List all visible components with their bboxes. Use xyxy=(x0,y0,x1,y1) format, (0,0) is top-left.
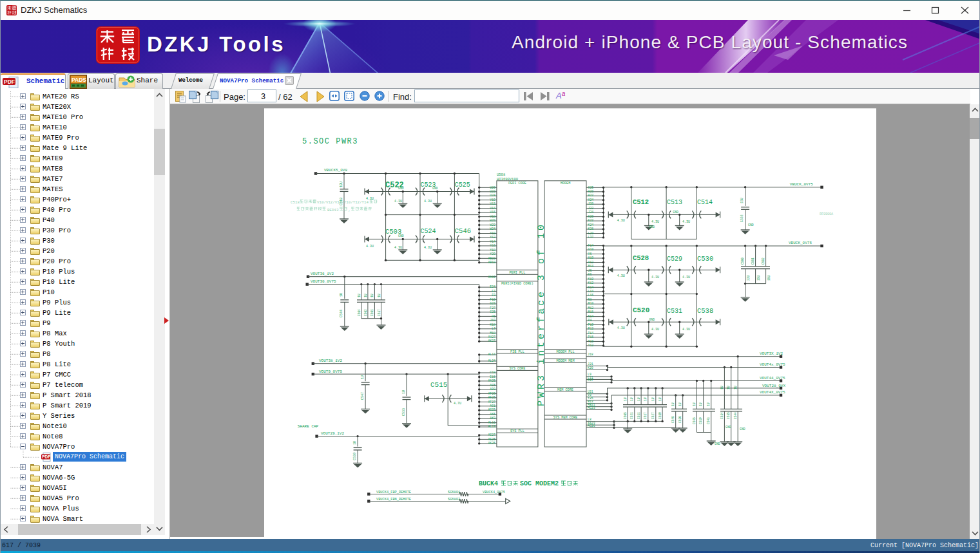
svg-text:4.3U: 4.3U xyxy=(651,276,659,279)
svg-text:VBUCK_0V75: VBUCK_0V75 xyxy=(790,182,813,187)
svg-text:VOUT28_0VX: VOUT28_0VX xyxy=(762,384,785,388)
svg-text:4.3U: 4.3U xyxy=(651,328,659,332)
svg-text:BED13: BED13 xyxy=(327,208,339,212)
svg-text:GND: GND xyxy=(715,442,720,445)
svg-text:GND: GND xyxy=(673,211,678,214)
svg-text:L14: L14 xyxy=(588,290,594,293)
svg-text:K14: K14 xyxy=(588,286,594,289)
svg-text:K20: K20 xyxy=(588,215,594,218)
svg-text:C581: C581 xyxy=(751,258,754,265)
svg-text:C18: C18 xyxy=(490,371,495,374)
svg-text:C513: C513 xyxy=(667,199,682,206)
svg-text:SYS CORE: SYS CORE xyxy=(509,367,525,371)
svg-text:1U: 1U xyxy=(727,386,730,389)
svg-text:C565: C565 xyxy=(624,412,627,419)
svg-text:SG6802: SG6802 xyxy=(448,498,460,501)
svg-text:C533: C533 xyxy=(402,408,406,416)
svg-text:C561: C561 xyxy=(370,309,374,316)
svg-text:AK9: AK9 xyxy=(490,417,495,420)
svg-text:AF23: AF23 xyxy=(488,392,495,395)
svg-text:SOC MODEM2: SOC MODEM2 xyxy=(520,480,559,487)
svg-text:J21: J21 xyxy=(588,362,593,366)
svg-text:VOUT44_0V75: VOUT44_0V75 xyxy=(760,376,785,380)
svg-text:K6: K6 xyxy=(588,273,592,276)
svg-text:AA25: AA25 xyxy=(488,379,495,382)
svg-text:GND: GND xyxy=(649,318,655,321)
svg-text:M10: M10 xyxy=(588,302,594,305)
svg-text:C545: C545 xyxy=(693,417,696,424)
svg-text:L7: L7 xyxy=(492,327,495,330)
svg-text:C511: C511 xyxy=(637,412,640,419)
svg-text:C556: C556 xyxy=(740,214,744,222)
svg-text:SG6801: SG6801 xyxy=(448,491,460,494)
svg-text:C525: C525 xyxy=(455,182,470,189)
svg-text:,: , xyxy=(349,208,351,212)
svg-text:AG1: AG1 xyxy=(490,404,495,408)
svg-text:VBUCK4_FBP_REMOTE: VBUCK4_FBP_REMOTE xyxy=(376,491,411,494)
svg-text:4.3U: 4.3U xyxy=(682,276,690,279)
svg-text:V18: V18 xyxy=(490,215,495,218)
svg-text:C535: C535 xyxy=(727,412,730,419)
svg-text:AC23: AC23 xyxy=(588,406,595,409)
svg-text:L20: L20 xyxy=(588,232,594,235)
svg-text:4.3U: 4.3U xyxy=(617,219,625,223)
svg-text:4.3U: 4.3U xyxy=(617,326,625,330)
svg-text:C543: C543 xyxy=(707,417,710,424)
svg-text:C546: C546 xyxy=(455,227,471,235)
svg-text:1U: 1U xyxy=(693,402,696,406)
svg-text:H10: H10 xyxy=(588,256,594,259)
svg-text:M18: M18 xyxy=(490,332,495,335)
svg-text:VOUT29_1V2: VOUT29_1V2 xyxy=(321,431,344,436)
svg-text:C564: C564 xyxy=(358,309,361,316)
svg-text:L8: L8 xyxy=(588,418,591,421)
svg-text:F10: F10 xyxy=(490,298,495,301)
svg-text:1U: 1U xyxy=(651,397,655,401)
svg-text:MODEM: MODEM xyxy=(561,182,571,185)
svg-text:K26: K26 xyxy=(588,227,594,230)
svg-text:4.3U: 4.3U xyxy=(366,197,374,201)
svg-text:U20: U20 xyxy=(490,186,495,189)
svg-text:15U: 15U xyxy=(757,276,760,281)
svg-text:AF27: AF27 xyxy=(488,400,495,404)
svg-text:N14: N14 xyxy=(588,315,594,318)
svg-text:K18: K18 xyxy=(490,323,495,326)
svg-text:C531: C531 xyxy=(667,308,682,315)
svg-text:C524: C524 xyxy=(421,228,436,235)
svg-text:AH27: AH27 xyxy=(488,335,495,339)
svg-text:4.3U: 4.3U xyxy=(394,200,402,203)
svg-text:H6: H6 xyxy=(588,252,592,256)
svg-text:H24: H24 xyxy=(588,198,594,202)
svg-text:4.3U: 4.3U xyxy=(682,220,690,224)
svg-text:J22: J22 xyxy=(588,207,594,210)
svg-text:Y10: Y10 xyxy=(490,232,495,235)
svg-text:VOUT9_0V75: VOUT9_0V75 xyxy=(319,370,342,374)
svg-text:AK5: AK5 xyxy=(490,413,495,416)
svg-text:15U: 15U xyxy=(767,276,771,281)
svg-text:V12: V12 xyxy=(490,202,495,205)
svg-text:4.3U: 4.3U xyxy=(366,245,374,248)
svg-text:VOUT3X_1V2: VOUT3X_1V2 xyxy=(760,351,783,356)
svg-text:V14: V14 xyxy=(490,207,495,210)
svg-text:G10: G10 xyxy=(588,248,594,251)
svg-text:GND: GND xyxy=(748,223,754,227)
svg-text:4.7U: 4.7U xyxy=(454,402,461,406)
svg-text:SYS PLL: SYS PLL xyxy=(510,429,524,433)
svg-text:J6: J6 xyxy=(588,269,592,272)
svg-text:Y16: Y16 xyxy=(490,244,495,247)
svg-text:VBUCK5_0V8: VBUCK5_0V8 xyxy=(324,168,347,173)
svg-text:C514: C514 xyxy=(697,199,713,206)
svg-text:1U: 1U xyxy=(364,294,367,297)
svg-text:1U: 1U xyxy=(678,402,682,406)
svg-text:C559: C559 xyxy=(658,412,662,419)
svg-text:MEM CORE: MEM CORE xyxy=(557,388,573,392)
svg-text:K12: K12 xyxy=(588,281,594,285)
svg-text:G23: G23 xyxy=(490,302,495,305)
svg-text:C537: C537 xyxy=(378,309,381,316)
svg-text:AD9: AD9 xyxy=(490,388,495,391)
svg-text:AK25: AK25 xyxy=(488,442,495,445)
svg-text:VBUCK4_FBN_REMOTE: VBUCK4_FBN_REMOTE xyxy=(376,498,411,501)
svg-text:BUCK4: BUCK4 xyxy=(479,480,498,487)
svg-text:K20: K20 xyxy=(588,366,593,370)
svg-text:VOUT30_0V75: VOUT30_0V75 xyxy=(311,279,336,284)
svg-text:V10/V12/V14/Y10/Y12/Y14: V10/V12/V14/Y10/Y12/Y14 xyxy=(317,200,369,205)
